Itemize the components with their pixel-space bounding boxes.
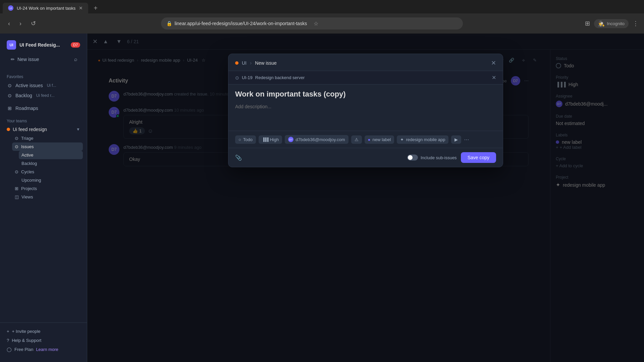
status-tag-icon: ○ (238, 137, 241, 142)
url-bar[interactable]: 🔒 linear.app/ui-feed-redesign/issue/UI-2… (161, 17, 463, 29)
sidebar-item-active[interactable]: Active (19, 151, 83, 159)
tab-bar: UI UI-24 Work on important tasks ✕ + (0, 0, 644, 13)
plan-icon: ◯ (7, 347, 12, 352)
app: UI UI Feed Redesig... D7 ✏ New issue ⌕ F… (0, 34, 644, 362)
label-tag-label: new label (372, 137, 391, 142)
invite-icon: + (7, 329, 9, 334)
sidebar-item-roadmaps[interactable]: ⊞ Roadmaps (4, 103, 83, 113)
sidebar-item-upcoming[interactable]: Upcoming (19, 176, 83, 184)
new-issue-icon: ✏ (11, 57, 15, 62)
projects-icon: ⊞ (15, 186, 18, 191)
sidebar-item-triage[interactable]: ⊙ Triage (12, 134, 83, 142)
modal-overlay[interactable]: UI › New issue ✕ ⊙ UI-19 Redesign backen… (87, 34, 644, 362)
modal-team-label: UI (242, 60, 247, 66)
browser-chrome: UI UI-24 Work on important tasks ✕ + ‹ ›… (0, 0, 644, 34)
sidebar-actions: ✏ New issue ⌕ (4, 52, 83, 66)
modal-close-button[interactable]: ✕ (491, 59, 496, 67)
workspace-name: UI Feed Redesig... (19, 42, 67, 48)
label-tag[interactable]: ● new label (365, 135, 394, 144)
parent-issue-icon: ⊙ (235, 75, 239, 80)
assignee-tag-label: d7bdeb36@moodjoy.com (296, 137, 345, 142)
sidebar-top: UI UI Feed Redesig... D7 ✏ New issue ⌕ (0, 38, 87, 70)
priority-tag-label: High (270, 137, 279, 142)
sub-issues-toggle: Include sub-issues (407, 155, 457, 161)
workspace-avatar: UI (7, 40, 16, 50)
team-header[interactable]: Ui feed redesign ▼ (4, 125, 83, 134)
browser-menu-icon[interactable]: ⋮ (633, 20, 639, 27)
sub-issues-label: Include sub-issues (421, 155, 457, 160)
cycles-icon: ⊙ (15, 169, 18, 174)
issue-title-input[interactable]: Work on important tasks (copy) (235, 90, 496, 99)
save-copy-button[interactable]: Save copy (461, 152, 496, 163)
sidebar-item-cycles[interactable]: ⊙ Cycles (12, 168, 83, 176)
forward-button[interactable]: › (17, 19, 24, 28)
learn-more-button[interactable]: Learn more (36, 347, 58, 352)
bookmark-icon[interactable]: ☆ (314, 20, 318, 27)
modal-body: Work on important tasks (copy) (228, 84, 503, 131)
assignee-tag[interactable]: D7 d7bdeb36@moodjoy.com (285, 135, 348, 144)
priority-tag-icon: ▐▐▐ (262, 137, 268, 141)
attach-icon[interactable]: 📎 (235, 155, 242, 161)
play-icon: ▶ (454, 137, 458, 142)
new-tab-button[interactable]: + (91, 3, 100, 13)
your-teams-section: Your teams Ui feed redesign ▼ ⊙ Triage ⊙… (0, 115, 87, 202)
label-tag-dot: ● (368, 137, 371, 142)
project-tag[interactable]: ✦ redesign mobile app (397, 135, 448, 144)
description-input[interactable] (235, 104, 496, 124)
sidebar-item-backlog[interactable]: ⊙ Backlog Ui feed r... (4, 90, 83, 101)
workspace-header[interactable]: UI UI Feed Redesig... D7 (4, 38, 83, 52)
assignee-tag-avatar: D7 (288, 137, 293, 142)
sidebar-item-projects[interactable]: ⊞ Projects (12, 184, 83, 193)
help-support-button[interactable]: ? Help & Support (4, 336, 83, 345)
free-plan-item[interactable]: ◯ Free Plan Learn more (4, 345, 83, 354)
back-button[interactable]: ‹ (5, 19, 13, 28)
project-tag-icon: ✦ (400, 137, 404, 142)
modal-parent-issue: ⊙ UI-19 Redesign backend server ✕ (228, 71, 503, 84)
tab-favicon: UI (8, 5, 13, 11)
modal-tags: ○ Todo ▐▐▐ High D7 d7bdeb36@moodjoy.com … (228, 131, 503, 148)
search-button[interactable]: ⌕ (71, 54, 80, 65)
status-tag-label: Todo (243, 137, 253, 142)
workspace-badge: D7 (71, 42, 80, 48)
sidebar-item-views[interactable]: ◫ Views (12, 193, 83, 201)
issues-sub-items: Active Backlog (12, 151, 83, 168)
issues-icon: ⊙ (15, 144, 18, 149)
more-options-button[interactable]: ··· (464, 136, 469, 143)
sidebar-item-backlog-sub[interactable]: Backlog (19, 159, 83, 168)
url-text: linear.app/ui-feed-redesign/issue/UI-24/… (175, 21, 307, 26)
team-expand-icon: ▼ (76, 127, 80, 132)
address-bar: ‹ › ↺ 🔒 linear.app/ui-feed-redesign/issu… (0, 13, 644, 34)
reload-button[interactable]: ↺ (28, 18, 39, 28)
your-teams-label: Your teams (4, 116, 83, 125)
roadmaps-icon: ⊞ (7, 105, 13, 111)
incognito-badge: 🕵 Incognito (594, 19, 629, 28)
status-tag[interactable]: ○ Todo (235, 135, 256, 144)
active-issues-icon: ⊙ (7, 82, 13, 88)
invite-people-button[interactable]: + + Invite people (4, 327, 83, 336)
modal-header: UI › New issue ✕ (228, 54, 503, 71)
toggle-thumb (408, 155, 413, 160)
tab-title: UI-24 Work on important tasks (17, 6, 75, 11)
sidebar-bottom: + + Invite people ? Help & Support ◯ Fre… (0, 322, 87, 358)
active-tab[interactable]: UI UI-24 Work on important tasks ✕ (3, 3, 88, 13)
tab-close-button[interactable]: ✕ (79, 5, 83, 11)
parent-issue-name: Redesign backend server (255, 75, 305, 80)
main-content: ✕ ▲ ▼ 6 / 21 ● Ui feed redesign › redesi… (87, 34, 644, 362)
sub-issues-toggle-switch[interactable] (407, 155, 418, 161)
team-dot (7, 128, 10, 131)
views-icon: ◫ (15, 194, 19, 199)
modal-breadcrumb-label: New issue (255, 60, 277, 66)
cycles-sub-items: Upcoming (12, 176, 83, 184)
modal-team-dot (235, 61, 238, 65)
sidebar-item-active-issues[interactable]: ⊙ Active issues Ui f... (4, 80, 83, 90)
new-issue-button[interactable]: ✏ New issue (7, 54, 70, 65)
parent-issue-id: UI-19 (242, 75, 253, 80)
sidebar: UI UI Feed Redesig... D7 ✏ New issue ⌕ F… (0, 34, 87, 362)
parent-issue-close-button[interactable]: ✕ (492, 74, 496, 81)
priority-tag[interactable]: ▐▐▐ High (259, 135, 282, 144)
warning-tag[interactable]: ⚠ (351, 135, 362, 144)
extensions-icon[interactable]: ⊞ (585, 20, 590, 27)
warning-icon: ⚠ (355, 137, 359, 142)
play-tag[interactable]: ▶ (451, 135, 461, 144)
sidebar-item-issues[interactable]: ⊙ Issues (12, 142, 83, 151)
